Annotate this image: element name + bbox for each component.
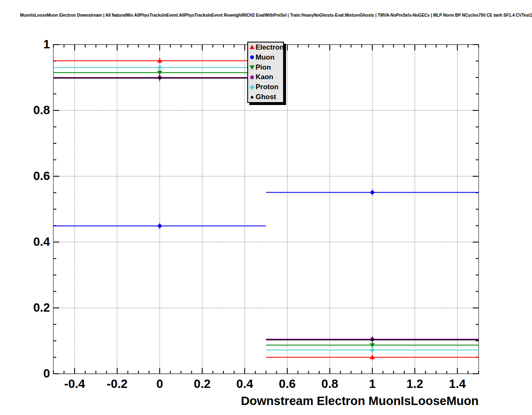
legend-label: Muon xyxy=(256,53,274,62)
triangle-down-icon xyxy=(249,64,255,70)
x-tick-label: 0.4 xyxy=(226,377,263,391)
x-tick-label: 1.4 xyxy=(439,377,476,391)
square-icon xyxy=(249,74,255,80)
marker-circle-muon xyxy=(371,190,374,194)
legend-label: Proton xyxy=(256,83,279,91)
legend-label: Electron xyxy=(256,43,284,52)
x-tick-label: -0.2 xyxy=(98,377,136,391)
marker-cross-proton xyxy=(158,65,162,70)
y-tick-label: 1 xyxy=(12,38,50,51)
circle-icon xyxy=(249,54,255,60)
y-tick-label: 0.4 xyxy=(12,235,50,249)
x-tick-label: 0.8 xyxy=(311,377,349,391)
legend-entry-pion: Pion xyxy=(248,62,283,72)
x-tick-label: 1 xyxy=(354,377,391,391)
marker-cross-proton xyxy=(370,348,375,352)
y-tick-label: 0.2 xyxy=(12,301,50,315)
legend-label: Pion xyxy=(256,63,271,72)
x-tick-label: 0 xyxy=(141,377,178,391)
diamond-icon xyxy=(249,94,255,100)
y-tick-label: 0.6 xyxy=(12,169,50,183)
y-tick-label: 0 xyxy=(12,367,50,380)
legend-entry-kaon: Kaon xyxy=(248,72,283,82)
legend-entry-muon: Muon xyxy=(248,52,283,62)
marker-circle-muon xyxy=(158,224,162,228)
legend-box: ElectronMuonPionKaonProtonGhost xyxy=(247,42,284,103)
x-tick-label: 1.2 xyxy=(396,377,434,391)
x-tick-label: 0.2 xyxy=(183,377,221,391)
legend-label: Kaon xyxy=(256,73,274,81)
x-tick-label: -0.4 xyxy=(56,377,93,391)
cross-icon xyxy=(249,84,255,90)
legend-entry-proton: Proton xyxy=(248,82,283,92)
y-tick-label: 0.8 xyxy=(12,103,50,117)
legend-entry-ghost: Ghost xyxy=(248,92,283,102)
triangle-up-icon xyxy=(249,44,255,50)
x-tick-label: 0.6 xyxy=(269,377,306,391)
legend-label: Ghost xyxy=(256,93,276,101)
root-canvas: MuonIsLooseMuon Electron Downstream | Al… xyxy=(0,0,532,415)
x-axis-title: Downstream Electron MuonIsLooseMuon xyxy=(241,394,479,408)
legend-entry-electron: Electron xyxy=(248,42,283,52)
